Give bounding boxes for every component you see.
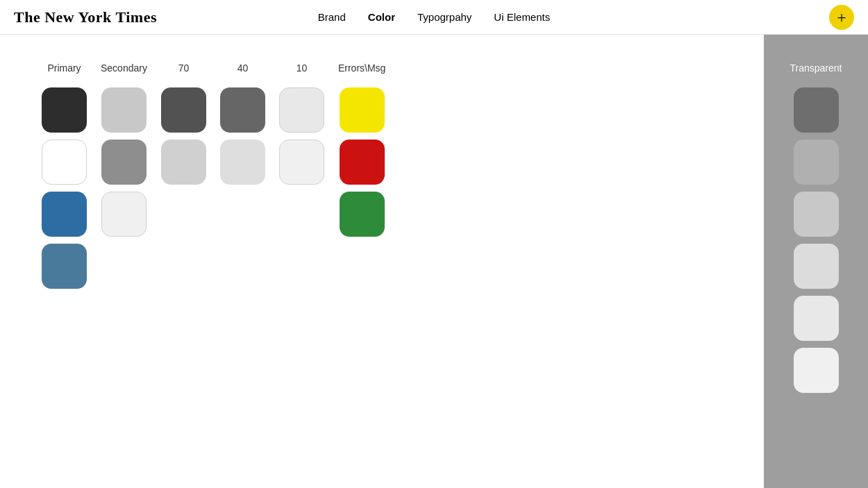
swatch-10-1[interactable] (279, 87, 324, 133)
swatch-10-2[interactable] (279, 140, 324, 185)
swatch-70-1[interactable] (161, 87, 206, 133)
main-content: Primary Secondary 70 40 (0, 35, 868, 488)
transparent-swatch-6[interactable] (794, 348, 839, 393)
nav-ui-elements[interactable]: Ui Elements (494, 11, 550, 23)
swatch-yellow[interactable] (340, 87, 385, 133)
secondary-header: Secondary (101, 62, 147, 74)
secondary-swatch-2[interactable] (101, 140, 147, 185)
nav-typography[interactable]: Typogrpahy (417, 11, 471, 23)
swatch-70-2[interactable] (161, 140, 206, 185)
add-button[interactable]: + (829, 5, 854, 30)
primary-swatch-1[interactable] (42, 87, 87, 133)
secondary-swatch-1[interactable] (101, 87, 147, 133)
secondary-swatch-3[interactable] (101, 192, 147, 237)
swatch-green[interactable] (340, 192, 385, 237)
swatch-40-2[interactable] (220, 140, 265, 185)
header: The New York Times Brand Color Typogrpah… (0, 0, 868, 35)
errors-msg-header: Errors\Msg (338, 62, 385, 74)
color-area: Primary Secondary 70 40 (0, 35, 764, 488)
primary-swatch-2[interactable] (42, 140, 87, 185)
transparent-swatch-4[interactable] (794, 244, 839, 289)
swatch-40-1[interactable] (220, 87, 265, 133)
transparent-swatch-5[interactable] (794, 296, 839, 341)
transparent-swatch-3[interactable] (794, 192, 839, 237)
col-10-header: 10 (297, 62, 308, 74)
main-nav: Brand Color Typogrpahy Ui Elements (318, 11, 550, 23)
transparent-header: Transparent (790, 62, 842, 74)
primary-column: Primary (42, 62, 87, 289)
transparent-swatch-2[interactable] (794, 140, 839, 185)
transparent-panel: Transparent (764, 35, 868, 488)
col-70: 70 (161, 62, 206, 185)
transparent-swatch-1[interactable] (794, 87, 839, 133)
logo: The New York Times (14, 8, 157, 26)
secondary-column: Secondary (101, 62, 147, 237)
col-70-header: 70 (178, 62, 190, 74)
nav-color[interactable]: Color (368, 11, 395, 23)
col-40-header: 40 (237, 62, 249, 74)
col-10: 10 (279, 62, 324, 185)
nav-brand[interactable]: Brand (318, 11, 346, 23)
col-40: 40 (220, 62, 265, 185)
primary-swatch-3[interactable] (42, 192, 87, 237)
errors-msg-column: Errors\Msg (338, 62, 385, 237)
primary-swatch-4[interactable] (42, 244, 87, 289)
color-grid: Primary Secondary 70 40 (42, 62, 722, 289)
swatch-red[interactable] (340, 140, 385, 185)
primary-header: Primary (47, 62, 81, 74)
